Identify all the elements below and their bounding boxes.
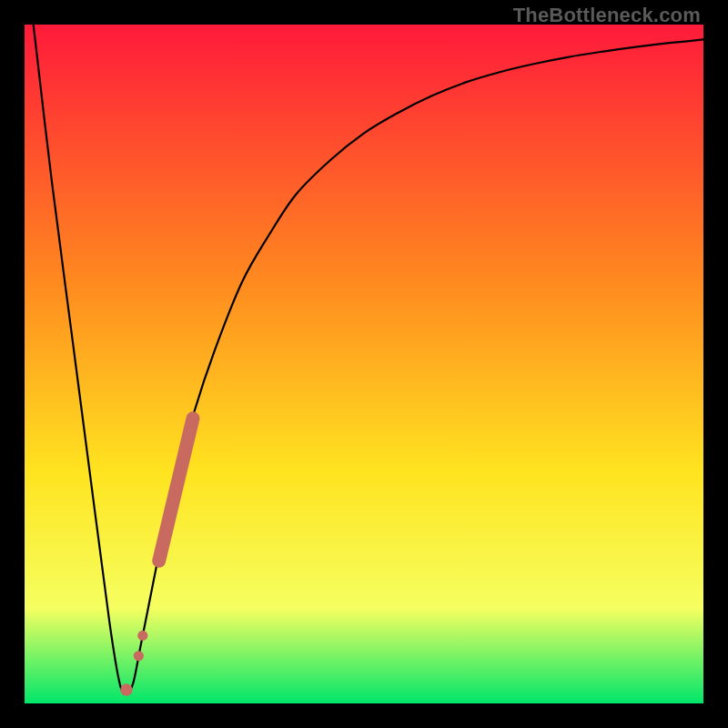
chart-svg bbox=[25, 25, 703, 703]
data-marker bbox=[120, 683, 132, 695]
outer-frame: TheBottleneck.com bbox=[0, 0, 728, 728]
gradient-background bbox=[25, 25, 703, 703]
plot-area bbox=[25, 25, 703, 703]
data-marker bbox=[137, 631, 147, 641]
data-marker bbox=[134, 651, 144, 661]
